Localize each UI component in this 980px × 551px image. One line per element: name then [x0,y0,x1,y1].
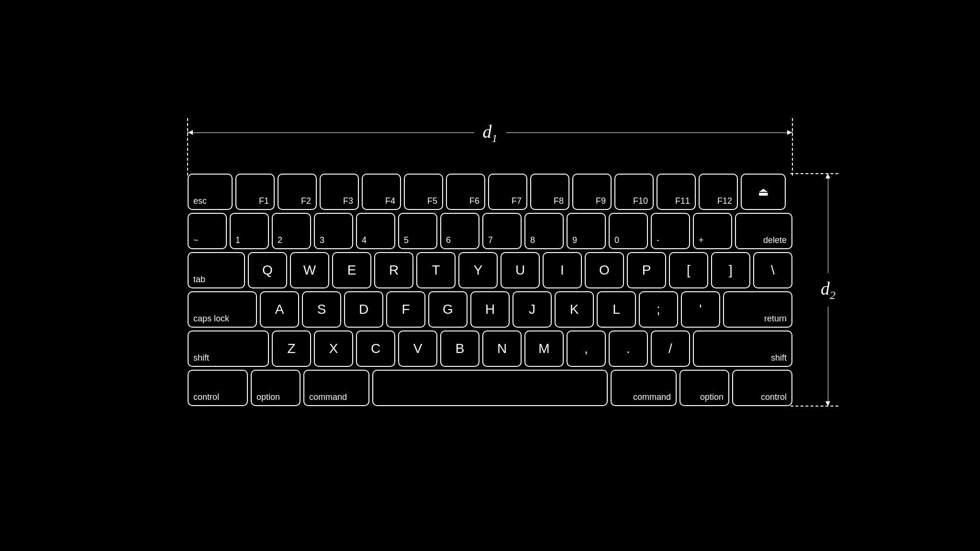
key-8[interactable]: 8 [524,213,564,249]
key-9[interactable]: 9 [567,213,606,249]
key-f1[interactable]: F1 [235,174,275,210]
key-semicolon[interactable]: ; [639,291,678,328]
key-b[interactable]: B [440,331,479,367]
key-quote[interactable]: ' [681,291,720,328]
key-h[interactable]: H [470,291,510,328]
key-k[interactable]: K [555,291,594,328]
key-delete[interactable]: delete [735,213,792,249]
key-f7[interactable]: F7 [488,174,527,210]
key-period[interactable]: . [609,331,648,367]
key-row-row-qwerty: tabQWERTYUIOP[]\ [188,252,792,288]
key-row-row-fn: escF1F2F3F4F5F6F7F8F9F10F11F12⏏ [188,174,792,210]
key-f5[interactable]: F5 [404,174,443,210]
key-f9[interactable]: F9 [572,174,612,210]
key-c[interactable]: C [356,331,395,367]
key-f6[interactable]: F6 [446,174,485,210]
key-control-r[interactable]: control [732,370,792,406]
key-f3[interactable]: F3 [320,174,359,210]
key-s[interactable]: S [302,291,341,328]
key-option-l[interactable]: option [251,370,301,406]
key-q[interactable]: Q [248,252,287,288]
key-5[interactable]: 5 [398,213,437,249]
key-f8[interactable]: F8 [530,174,569,210]
key-7[interactable]: 7 [482,213,522,249]
key-space[interactable] [372,370,608,406]
key-f2[interactable]: F2 [278,174,317,210]
key-shift-r[interactable]: shift [693,331,792,367]
key-plus[interactable]: + [693,213,732,249]
key-command-l[interactable]: command [303,370,369,406]
key-rbracket[interactable]: ] [711,252,750,288]
d2-label: d2 [821,278,835,302]
key-comma[interactable]: , [567,331,606,367]
key-row-row-bottom: controloptioncommandcommandoptioncontrol [188,370,792,406]
key-row-row-num: ~1234567890-+delete [188,213,792,249]
key-r[interactable]: R [374,252,413,288]
key-row-row-home: caps lockASDFGHJKL;'return [188,291,792,328]
key-o[interactable]: O [585,252,624,288]
key-command-r[interactable]: command [611,370,677,406]
key-lbracket[interactable]: [ [669,252,708,288]
key-p[interactable]: P [627,252,666,288]
key-y[interactable]: Y [458,252,498,288]
keyboard: escF1F2F3F4F5F6F7F8F9F10F11F12⏏~12345678… [188,174,792,406]
key-g[interactable]: G [428,291,468,328]
key-4[interactable]: 4 [356,213,395,249]
key-slash[interactable]: / [651,331,690,367]
key-return[interactable]: return [723,291,792,328]
key-v[interactable]: V [398,331,437,367]
key-1[interactable]: 1 [230,213,269,249]
key-option-r[interactable]: option [679,370,729,406]
key-tilde[interactable]: ~ [188,213,227,249]
key-m[interactable]: M [524,331,564,367]
key-d[interactable]: D [344,291,383,328]
key-shift-l[interactable]: shift [188,331,269,367]
key-f10[interactable]: F10 [614,174,654,210]
key-t[interactable]: T [416,252,456,288]
key-3[interactable]: 3 [314,213,353,249]
key-f11[interactable]: F11 [657,174,696,210]
key-e[interactable]: E [332,252,371,288]
key-a[interactable]: A [260,291,299,328]
key-f[interactable]: F [386,291,425,328]
key-l[interactable]: L [597,291,636,328]
key-row-row-shift: shiftZXCVBNM,./shift [188,331,792,367]
key-minus[interactable]: - [651,213,690,249]
key-caps[interactable]: caps lock [188,291,257,328]
key-backslash[interactable]: \ [753,252,792,288]
key-w[interactable]: W [290,252,329,288]
key-x[interactable]: X [314,331,353,367]
key-f4[interactable]: F4 [362,174,401,210]
key-tab[interactable]: tab [188,252,245,288]
key-n[interactable]: N [482,331,522,367]
key-j[interactable]: J [512,291,552,328]
key-i[interactable]: I [543,252,582,288]
key-z[interactable]: Z [272,331,311,367]
key-eject[interactable]: ⏏ [741,174,786,210]
key-0[interactable]: 0 [609,213,648,249]
key-6[interactable]: 6 [440,213,479,249]
key-control-l[interactable]: control [188,370,248,406]
d1-label: d1 [483,121,498,145]
key-f12[interactable]: F12 [699,174,738,210]
key-u[interactable]: U [501,252,540,288]
key-2[interactable]: 2 [272,213,311,249]
key-esc[interactable]: esc [188,174,233,210]
